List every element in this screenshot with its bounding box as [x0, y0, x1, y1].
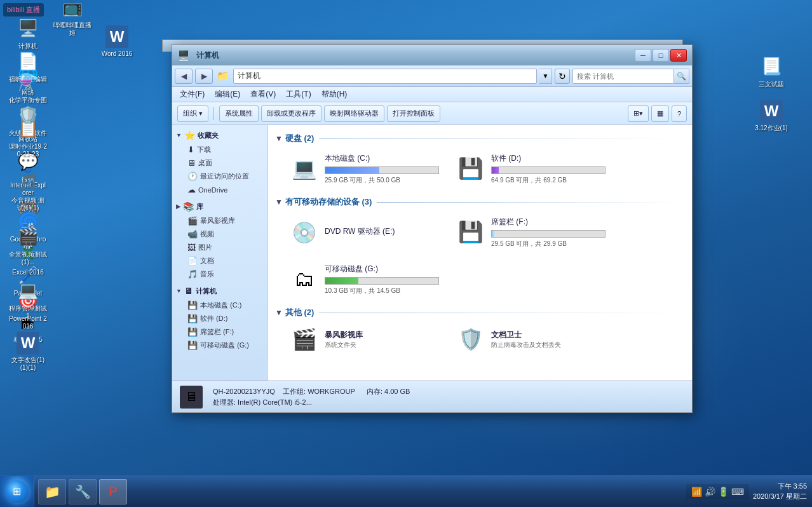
f-drive-icon: 💾	[458, 220, 484, 244]
c-drive-item[interactable]: 💻 本地磁盘 (C:) 25.9 GB 可用，共 50.0 GB	[285, 149, 444, 189]
library-label: 库	[196, 202, 203, 212]
g-drive-size: 10.3 GB 可用，共 14.5 GB	[325, 287, 440, 295]
desktop-icon-chembal[interactable]: ⚗️ 化学平衡专图	[6, 67, 50, 107]
taskbar-settings[interactable]: 🔧	[69, 479, 97, 504]
address-path[interactable]: 计算机	[233, 69, 537, 84]
sidebar-item-baofeng-lib[interactable]: 🎬 暴风影视库	[172, 214, 267, 227]
menu-edit[interactable]: 编辑(E)	[210, 88, 245, 101]
word2016-label: Word 2016	[102, 50, 133, 58]
desktop-icon-word2[interactable]: W 文字改告(1)(1)(1)	[6, 329, 50, 374]
library-icon: 📚	[183, 201, 194, 212]
help-button[interactable]: ?	[672, 105, 687, 122]
c-drive-name: 本地磁盘 (C:)	[325, 153, 440, 164]
toolbar: 组织 ▾ 系统属性 卸载或更改程序 映射网络驱动器 打开控制面板 ⊞▾ ▦ ?	[172, 102, 692, 125]
search-button[interactable]: 🔍	[674, 69, 689, 84]
address-dropdown[interactable]: ▼	[539, 69, 552, 84]
menu-view[interactable]: 查看(V)	[245, 88, 281, 101]
view-toggle-button[interactable]: ⊞▾	[628, 105, 649, 122]
sidebar: ▼ ⭐ 收藏夹 ⬇ 下载 🖥 桌面 🕐	[172, 125, 267, 381]
sidebar-favorites-header[interactable]: ▼ ⭐ 收藏夹	[172, 128, 267, 143]
taskbar: 📁 🔧 P 📶 🔊 🔋 ⌨ 下午 3:55 2020/3/17 星期二	[0, 475, 812, 507]
desktop-icon-homework[interactable]: 📋 课时作业19-20-21-23	[6, 113, 50, 161]
d-drive-icon: 💾	[187, 314, 198, 323]
f-drive-item[interactable]: 💾 席篮栏 (F:) 29.5 GB 可用，共 29.9 GB	[452, 213, 611, 252]
sidebar-item-video[interactable]: 📹 视频	[172, 227, 267, 241]
systray-icon-2: 🔊	[705, 487, 715, 497]
sidebar-computer-header[interactable]: ▼ 🖥 计算机	[172, 283, 267, 299]
word2-label: 文字改告(1)(1)(1)	[9, 356, 47, 372]
content-area: ▼ 硬盘 (2) 💻 本地磁盘 (C:)	[267, 125, 692, 381]
desktop-icon-program[interactable]: 💻 程序管理测试1	[6, 275, 50, 323]
dvd-drive-item[interactable]: 💿 DVD RW 驱动器 (E:)	[285, 213, 444, 252]
sidebar-item-onedrive[interactable]: ☁ OneDrive	[172, 183, 267, 196]
homework-icon: 📋	[15, 116, 41, 141]
doc1-icon: 📃	[759, 53, 784, 79]
sidebar-item-music[interactable]: 🎵 音乐	[172, 267, 267, 281]
refresh-button[interactable]: ↻	[555, 69, 570, 84]
sidebar-item-c[interactable]: 💾 本地磁盘 (C:)	[172, 299, 267, 312]
d-drive-item[interactable]: 💾 软件 (D:) 64.9 GB 可用，共 69.2 GB	[452, 149, 611, 189]
desktop-icon-word3[interactable]: W 3.12作业(1)	[750, 97, 793, 135]
status-computer-icon: 🖥	[180, 386, 203, 409]
sidebar-library-header[interactable]: ▶ 📚 库	[172, 199, 267, 214]
menu-file[interactable]: 文件(F)	[175, 88, 210, 101]
control-panel-button[interactable]: 打开控制面板	[387, 105, 440, 122]
sidebar-item-d[interactable]: 💾 软件 (D:)	[172, 312, 267, 325]
preview-button[interactable]: ▦	[651, 105, 669, 122]
bilibili-logo: bilibili 直播	[3, 3, 44, 17]
menu-help[interactable]: 帮助(H)	[316, 88, 353, 101]
right-desktop-area: 📃 三文试题 W 3.12作业(1)	[750, 51, 793, 135]
sidebar-computer: ▼ 🖥 计算机 💾 本地磁盘 (C:) 💾 软件 (D:)	[172, 283, 267, 352]
menu-tools[interactable]: 工具(T)	[281, 88, 316, 101]
baofeng-other-name: 暴风影视库	[325, 330, 363, 341]
g-drive-icon: 💾	[187, 341, 198, 350]
d-drive-icon-wrap: 💾	[456, 153, 486, 184]
sidebar-item-f[interactable]: 💾 席篮栏 (F:)	[172, 325, 267, 339]
desktop-icon-bilibili[interactable]: 📺 哔哩哔哩直播姬	[51, 0, 94, 39]
file-explorer-window: 🖥️ 计算机 ─ □ ✕ ◀ ▶ 📁 计算机 ▼ ↻ 🔍 文件(	[172, 44, 693, 413]
desktop-icon-music[interactable]: 🎵 今音视频 测试(1)(1)	[6, 167, 50, 215]
g-drive-item[interactable]: 🗂 可移动磁盘 (G:) 10.3 GB 可用，共 14.5 GB	[285, 260, 444, 299]
search-input[interactable]	[572, 69, 674, 84]
organize-button[interactable]: 组织 ▾	[177, 105, 208, 122]
sidebar-item-desktop[interactable]: 🖥 桌面	[172, 156, 267, 170]
desktop: bilibili 直播 🖥️ 计算机 🌐 网络 🗑️ 回收站 e Interne…	[0, 0, 812, 507]
system-props-button[interactable]: 系统属性	[219, 105, 259, 122]
minimize-button[interactable]: ─	[635, 49, 651, 62]
search-area: 🔍	[572, 69, 689, 84]
computer-arrow: ▼	[176, 288, 182, 294]
desktop-icon-video2[interactable]: 🎬 全景视频测试(1)...	[6, 221, 50, 269]
taskbar-ppt[interactable]: P	[99, 479, 127, 504]
back-button[interactable]: ◀	[175, 69, 193, 84]
other-item-baofeng[interactable]: 🎬 暴风影视库 系统文件夹	[285, 323, 444, 355]
hard-drives-section-header: ▼ 硬盘 (2)	[275, 133, 684, 144]
computer-sidebar-icon: 🖥	[184, 286, 193, 296]
map-drive-button[interactable]: 映射网络驱动器	[324, 105, 384, 122]
sidebar-item-documents[interactable]: 📄 文档	[172, 254, 267, 267]
uninstall-button[interactable]: 卸载或更改程序	[261, 105, 321, 122]
sidebar-item-download[interactable]: ⬇ 下载	[172, 143, 267, 156]
favorites-arrow: ▼	[176, 132, 182, 139]
taskbar-right: 📶 🔊 🔋 ⌨ 下午 3:55 2020/3/17 星期二	[681, 476, 812, 507]
start-button[interactable]	[0, 476, 34, 508]
d-drive-size: 64.9 GB 可用，共 69.2 GB	[491, 176, 607, 185]
taskbar-settings-icon: 🔧	[75, 484, 91, 499]
desktop-icon-doc1[interactable]: 📃 三文试题	[750, 51, 793, 91]
sidebar-item-recent[interactable]: 🕐 最近访问的位置	[172, 170, 267, 183]
baofeng-lib-icon: 🎬	[187, 216, 198, 226]
docguard-other-icon: 🛡️	[456, 327, 486, 351]
f-drive-size: 29.5 GB 可用，共 29.9 GB	[491, 240, 607, 248]
program-label: 程序管理测试1	[9, 305, 47, 320]
maximize-button[interactable]: □	[653, 49, 669, 62]
sidebar-item-g[interactable]: 💾 可移动磁盘 (G:)	[172, 339, 267, 352]
taskbar-explorer[interactable]: 📁	[38, 479, 66, 504]
c-drive-bar	[325, 167, 379, 173]
desktop-icon-word2016[interactable]: W Word 2016	[95, 23, 139, 60]
c-drive-icon: 💾	[187, 301, 198, 310]
close-button[interactable]: ✕	[670, 49, 687, 62]
c-drive-icon: 💻	[292, 156, 317, 180]
forward-button[interactable]: ▶	[195, 69, 213, 84]
other-item-docguard[interactable]: 🛡️ 文档卫士 防止病毒攻击及文档丢失	[452, 323, 611, 355]
sidebar-item-pictures[interactable]: 🖼 图片	[172, 241, 267, 254]
removable-grid: 💿 DVD RW 驱动器 (E:) 💾 席篮栏 (F:)	[285, 213, 684, 299]
